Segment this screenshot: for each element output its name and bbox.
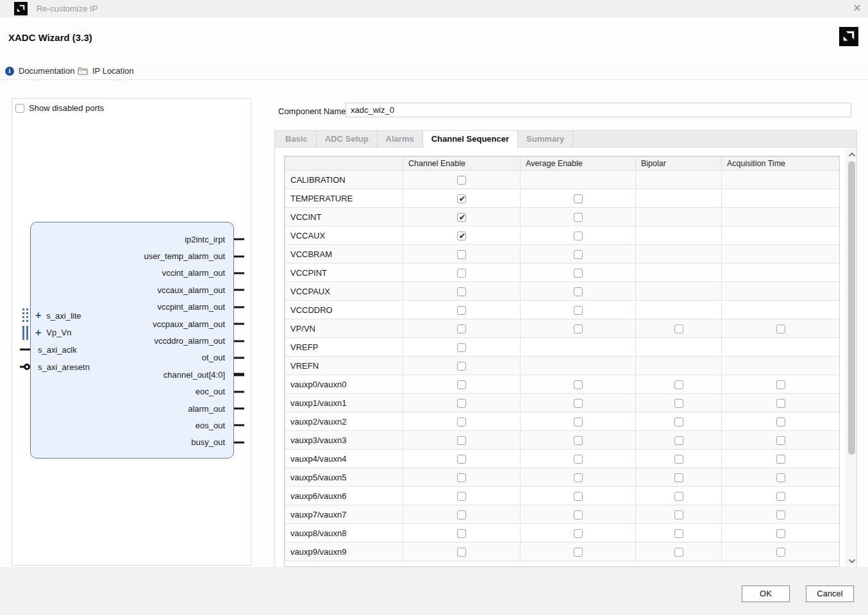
bipolar-checkbox[interactable] (674, 324, 683, 333)
table-row: vauxp4/vauxn4 (285, 450, 840, 468)
tab-channel-sequencer[interactable]: Channel Sequencer (423, 131, 518, 148)
average-enable-checkbox[interactable] (574, 380, 583, 389)
average-enable-checkbox[interactable] (574, 213, 583, 222)
average-enable-checkbox[interactable] (574, 399, 583, 408)
bipolar-checkbox[interactable] (674, 548, 683, 557)
average-enable-checkbox[interactable] (574, 324, 583, 333)
channel-enable-checkbox[interactable] (457, 455, 466, 464)
channel-enable-checkbox[interactable] (457, 417, 466, 426)
tab-adc-setup[interactable]: ADC Setup (317, 131, 378, 147)
acquisition-time-checkbox[interactable] (776, 529, 785, 538)
show-disabled-ports-checkbox[interactable] (15, 104, 24, 113)
pin-stub-icon (234, 289, 244, 291)
average-enable-checkbox[interactable] (574, 269, 583, 278)
bipolar-checkbox[interactable] (674, 399, 683, 408)
acquisition-time-checkbox[interactable] (776, 417, 785, 426)
channel-enable-checkbox[interactable] (457, 380, 466, 389)
average-enable-cell (521, 524, 636, 543)
channel-enable-cell (403, 338, 521, 357)
channel-enable-checkbox[interactable] (457, 287, 466, 296)
documentation-button[interactable]: i Documentation (5, 62, 74, 80)
table-row: VCCDDRO (285, 301, 840, 319)
bipolar-checkbox[interactable] (674, 529, 683, 538)
bipolar-cell (636, 505, 722, 524)
column-header-acquisition-time: Acquisition Time (722, 157, 840, 171)
channel-enable-checkbox[interactable] (457, 269, 466, 278)
channel-enable-checkbox[interactable] (457, 250, 466, 259)
average-enable-checkbox[interactable] (574, 510, 583, 519)
pin-stub-icon (234, 391, 244, 392)
channel-enable-checkbox[interactable] (457, 510, 466, 519)
channel-name: vauxp7/vauxn7 (285, 505, 403, 524)
bipolar-checkbox[interactable] (674, 492, 683, 501)
acquisition-time-cell (722, 450, 840, 468)
channel-enable-checkbox[interactable] (457, 362, 466, 371)
average-enable-checkbox[interactable] (574, 287, 583, 296)
average-enable-checkbox[interactable] (574, 306, 583, 315)
acquisition-time-checkbox[interactable] (776, 548, 785, 557)
average-enable-checkbox[interactable] (574, 194, 583, 203)
channel-enable-cell (403, 226, 521, 245)
acquisition-time-checkbox[interactable] (776, 510, 785, 519)
channel-enable-checkbox[interactable] (457, 194, 466, 203)
ip-location-label: IP Location (92, 66, 134, 76)
average-enable-checkbox[interactable] (574, 529, 583, 538)
table-scrollbar[interactable] (846, 148, 856, 567)
acquisition-time-checkbox[interactable] (776, 380, 785, 389)
average-enable-checkbox[interactable] (574, 250, 583, 259)
channel-enable-checkbox[interactable] (457, 473, 466, 482)
cancel-button[interactable]: Cancel (806, 586, 854, 602)
average-enable-checkbox[interactable] (574, 436, 583, 445)
tab-summary[interactable]: Summary (518, 131, 573, 147)
ip-location-button[interactable]: IP Location (78, 62, 134, 80)
tab-alarms[interactable]: Alarms (378, 131, 423, 147)
bipolar-checkbox[interactable] (674, 510, 683, 519)
bipolar-checkbox[interactable] (674, 473, 683, 482)
tab-basic[interactable]: Basic (277, 131, 317, 147)
acquisition-time-checkbox[interactable] (776, 436, 785, 445)
channel-enable-checkbox[interactable] (457, 492, 466, 501)
average-enable-checkbox[interactable] (574, 492, 583, 501)
channel-name: VCCPINT (285, 264, 403, 282)
channel-enable-checkbox[interactable] (457, 213, 466, 222)
channel-enable-checkbox[interactable] (457, 436, 466, 445)
close-icon[interactable]: ✕ (850, 1, 864, 15)
component-name-input[interactable] (346, 103, 851, 117)
port-label: alarm_out (188, 404, 225, 414)
scroll-down-button[interactable] (846, 556, 857, 566)
average-enable-checkbox[interactable] (574, 548, 583, 557)
column-header-channel-enable: Channel Enable (403, 157, 521, 171)
channel-enable-checkbox[interactable] (457, 176, 466, 185)
channel-name: VREFP (285, 338, 403, 357)
bipolar-checkbox[interactable] (674, 455, 683, 464)
bipolar-checkbox[interactable] (674, 417, 683, 426)
pin-stub-icon (234, 441, 244, 443)
acquisition-time-checkbox[interactable] (776, 324, 785, 333)
dialog-titlebar: Re-customize IP ✕ (0, 0, 868, 17)
bipolar-checkbox[interactable] (674, 436, 683, 445)
channel-enable-checkbox[interactable] (457, 529, 466, 538)
acquisition-time-checkbox[interactable] (776, 473, 785, 482)
acquisition-time-checkbox[interactable] (776, 399, 785, 408)
bipolar-checkbox[interactable] (674, 380, 683, 389)
average-enable-checkbox[interactable] (574, 473, 583, 482)
acquisition-time-checkbox[interactable] (776, 455, 785, 464)
channel-enable-cell (403, 189, 521, 208)
acquisition-time-cell (722, 505, 840, 524)
scroll-thumb[interactable] (848, 161, 855, 455)
channel-enable-checkbox[interactable] (457, 306, 466, 315)
channel-enable-checkbox[interactable] (457, 548, 466, 557)
channel-enable-checkbox[interactable] (457, 399, 466, 408)
average-enable-checkbox[interactable] (574, 417, 583, 426)
channel-enable-checkbox[interactable] (457, 343, 466, 352)
average-enable-checkbox[interactable] (574, 455, 583, 464)
channel-enable-checkbox[interactable] (457, 324, 466, 333)
acquisition-time-checkbox[interactable] (776, 492, 785, 501)
scroll-up-button[interactable] (846, 149, 857, 159)
average-enable-cell (521, 543, 636, 561)
acquisition-time-cell (722, 394, 840, 412)
average-enable-checkbox[interactable] (574, 232, 583, 240)
channel-enable-checkbox[interactable] (457, 232, 466, 240)
ok-button[interactable]: OK (742, 586, 790, 602)
dialog-footer: OK Cancel (0, 567, 868, 615)
